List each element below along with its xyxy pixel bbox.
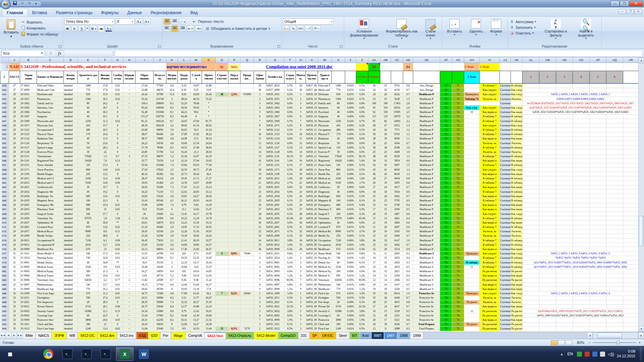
cell-R373[interactable]: 33 [254,234,266,238]
cell-AF341[interactable]: 72 [440,92,452,97]
cell-AD351[interactable]: 1,1 [403,136,413,141]
cell-K343[interactable]: 8,3 [166,101,178,106]
cell-AC364[interactable]: 4302 [391,194,403,198]
cell-AE358[interactable]: Healthcare P [413,168,440,172]
cell-AF350[interactable]: 72 [440,132,452,136]
cell-AF355[interactable]: 72 [440,154,452,159]
cell-G383[interactable]: 0,77 [112,278,123,282]
cell-AD339[interactable]: 0,8 [403,83,413,88]
cell-AM383[interactable] [539,278,556,282]
cell-W358[interactable]: Nurse Prac [318,168,332,172]
cell-AE374[interactable]: Healthcare P [413,238,440,243]
cell-G381[interactable]: 0 [112,269,123,274]
row2-header-AD[interactable] [403,71,413,83]
cell-V342[interactable]: SrP29_10 [306,97,318,101]
cell-R387[interactable]: 2 [254,296,266,300]
cell-S393[interactable]: SrP35_1011 [266,322,284,326]
cell-T366[interactable]: 0,4% [284,203,296,207]
cell-H348[interactable]: ~ [123,123,136,128]
cell-G370[interactable]: ** [112,221,123,225]
cell-AC346[interactable]: 19979 [391,114,403,119]
cell-N339[interactable]: 22,89 [202,83,216,88]
cell-AJ346[interactable]: Соотнош [500,114,511,119]
cell-AK376[interactable]: Как видно [511,247,523,251]
cell-X356[interactable]: 10420 [332,159,345,163]
cell-L386[interactable]: 17,88 [178,291,191,296]
cell-Y383[interactable]: 0,50% [345,278,356,282]
cell-M358[interactable]: 39,73 [191,168,202,172]
cell-C382[interactable]: Medical Transc [37,274,64,278]
cell-R343[interactable]: 3 [254,101,266,106]
cell-Q354[interactable] [240,150,254,154]
cell-R367[interactable]: 27 [254,207,266,212]
cell-S364[interactable]: SrP29_2034 [266,194,284,198]
cell-A366[interactable]: 29 [9,203,20,207]
cell-M385[interactable]: 13,18 [191,287,202,291]
cell-V369[interactable]: SrP29_20 [306,216,318,221]
cell-AQ394[interactable] [606,326,623,331]
cell-AL350[interactable] [523,132,539,136]
cell-S391[interactable]: SrP33_9092 [266,313,284,318]
cell-S357[interactable]: SrP29_1151 [266,163,284,167]
cell-AN393[interactable] [556,322,573,326]
cell-L390[interactable]: 9,79 [178,309,191,313]
row-header-339[interactable]: 339 [0,83,9,88]
cell-AE341[interactable]: Healthcare P [413,92,440,97]
cell-AF392[interactable]: 74 [440,318,452,322]
cell-AE364[interactable]: Healthcare P [413,194,440,198]
cell-AA392[interactable]: 20 [368,318,380,322]
cell-D381[interactable]: detailed [64,269,78,274]
cell-L368[interactable]: 13,41 [178,212,191,216]
cell-AO358[interactable] [573,168,590,172]
cell-AQ371[interactable] [606,225,623,229]
cell-V386[interactable]: SrP33_10 [306,291,318,296]
cell-T389[interactable]: 23,1% [284,304,296,309]
cell-G388[interactable]: 0 [112,300,123,304]
cell-AR360[interactable] [623,176,639,181]
row-header-389[interactable]: 389 [0,304,9,309]
cell-AE359[interactable]: Healthcare P [413,172,440,176]
cell-AE342[interactable]: Healthcare P [413,97,440,101]
last-sheet-button[interactable]: ►► [17,332,23,339]
cell-N356[interactable]: 33,05 [202,159,216,163]
cell-D369[interactable]: detailed [64,216,78,221]
row1-cell-K[interactable]: научно-исследовательс [166,63,216,71]
cell-AH382[interactable] [464,274,480,278]
cell-AD344[interactable]: 2,6 [403,106,413,110]
cell-G379[interactable]: ** [112,260,123,265]
cell-AH375[interactable] [464,243,480,247]
cell-AF373[interactable]: 72 [440,234,452,238]
cell-S351[interactable]: SrP29_1124 [266,136,284,141]
cell-AI340[interactable]: Как следует [480,88,500,92]
cell-AD390[interactable]: 0,5 [403,309,413,313]
cell-AF389[interactable]: 74 [440,304,452,309]
cell-U391[interactable]: 6 [296,313,306,318]
row2-header-B[interactable]: Управ ление [20,71,37,83]
cell-E368[interactable]: 160 [78,212,99,216]
cell-T390[interactable]: 3,8% [284,309,296,313]
cell-AO393[interactable] [573,322,590,326]
cell-AC369[interactable]: 2661 [391,216,403,221]
cell-M388[interactable]: 20,27 [191,300,202,304]
cell-D393[interactable]: detailed [64,322,78,326]
cell-AJ368[interactable]: Соотнош [500,212,511,216]
volume-icon[interactable]: ◁)) [608,352,614,357]
cell-E353[interactable]: 110 [78,145,99,150]
sort-filter-button[interactable]: АЯ↓▼ Сортировка и фильтр▾ [540,18,572,44]
cell-X362[interactable]: 30 [332,185,345,189]
cell-Q384[interactable] [240,282,254,287]
cell-W362[interactable]: Cardiovasc [318,185,332,189]
cell-AL378[interactable]: *SrP31 *SrP31 *SrP31 *SrP31 *SrP31 *SrP3… [523,256,639,260]
cell-T392[interactable]: 1,9% [284,318,296,322]
cell-U381[interactable]: 5 [296,269,306,274]
cell-D349[interactable]: detailed [64,128,78,132]
cell-AH384[interactable] [464,282,480,287]
cell-AP359[interactable] [590,172,606,176]
cell-AK373[interactable]: Расчеты, [511,234,523,238]
cell-N351[interactable]: 38,54 [202,136,216,141]
cell-O392[interactable] [216,318,228,322]
cell-S360[interactable]: SrP29_2011 [266,176,284,181]
cell-Y365[interactable]: 0,00% [345,198,356,203]
cell-AH356[interactable] [464,159,480,163]
cell-AI381[interactable]: По расчетам [480,269,500,274]
